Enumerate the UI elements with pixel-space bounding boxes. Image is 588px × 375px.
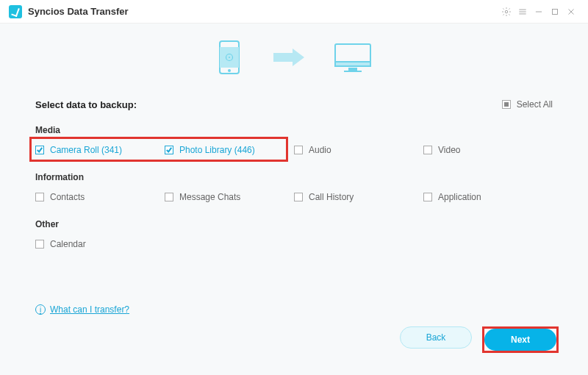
checkbox-icon (165, 193, 173, 201)
close-button[interactable] (563, 4, 579, 20)
item-label: Message Chats (179, 192, 240, 202)
help-link-label: What can I transfer? (50, 304, 129, 315)
item-label: Video (438, 145, 460, 155)
checkbox-application[interactable]: Application (423, 190, 553, 204)
checkbox-icon (294, 146, 303, 154)
checkbox-indeterminate-icon (502, 100, 511, 109)
titlebar: Syncios Data Transfer (0, 0, 588, 24)
svg-point-0 (505, 10, 508, 13)
checkbox-video[interactable]: Video (423, 143, 553, 157)
item-label: Call History (309, 192, 354, 202)
item-label: Application (438, 192, 481, 202)
select-all-checkbox[interactable]: Select All (502, 97, 553, 112)
app-logo-icon (9, 5, 22, 18)
checkbox-audio[interactable]: Audio (294, 143, 423, 157)
checkbox-photo-library[interactable]: Photo Library (446) (165, 143, 294, 157)
checkbox-icon (294, 193, 303, 201)
svg-rect-9 (335, 62, 370, 66)
highlight-annotation: Next (482, 326, 559, 353)
info-icon: i (35, 304, 46, 315)
checkbox-contacts[interactable]: Contacts (35, 190, 165, 204)
arrow-right-icon (272, 47, 316, 68)
minimize-button[interactable] (531, 4, 547, 20)
item-label: Audio (309, 145, 331, 155)
category-information-label: Information (35, 172, 553, 182)
checkbox-icon (423, 146, 432, 154)
checkbox-call-history[interactable]: Call History (294, 190, 423, 204)
help-link[interactable]: i What can I transfer? (35, 304, 553, 315)
svg-marker-7 (273, 49, 304, 66)
item-label: Photo Library (446) (179, 145, 255, 155)
checkbox-checked-icon (165, 146, 173, 154)
next-button[interactable]: Next (484, 329, 556, 351)
item-label: Calendar (50, 239, 86, 249)
section-heading: Select data to backup: (35, 99, 137, 110)
category-media-label: Media (35, 125, 553, 135)
checkbox-camera-roll[interactable]: Camera Roll (341) (35, 143, 165, 157)
transfer-flow (35, 24, 553, 97)
svg-rect-10 (348, 68, 357, 71)
footer: Back Next (0, 315, 588, 353)
svg-rect-1 (553, 9, 558, 14)
checkbox-calendar[interactable]: Calendar (35, 237, 165, 251)
item-label: Camera Roll (341) (50, 145, 122, 155)
checkbox-icon (35, 193, 44, 201)
select-all-label: Select All (517, 99, 553, 110)
back-button[interactable]: Back (400, 326, 472, 349)
checkbox-icon (423, 193, 432, 201)
monitor-icon (332, 40, 373, 75)
checkbox-checked-icon (35, 146, 44, 154)
menu-icon[interactable] (514, 4, 531, 20)
maximize-button[interactable] (547, 4, 563, 20)
item-label: Contacts (50, 192, 85, 202)
checkbox-message-chats[interactable]: Message Chats (165, 190, 294, 204)
settings-icon[interactable] (498, 4, 514, 20)
svg-point-6 (229, 57, 230, 58)
phone-icon (215, 40, 244, 75)
app-title: Syncios Data Transfer (28, 6, 129, 17)
checkbox-icon (35, 240, 44, 249)
category-other-label: Other (35, 219, 553, 229)
svg-rect-11 (344, 71, 362, 72)
svg-point-4 (228, 69, 231, 72)
